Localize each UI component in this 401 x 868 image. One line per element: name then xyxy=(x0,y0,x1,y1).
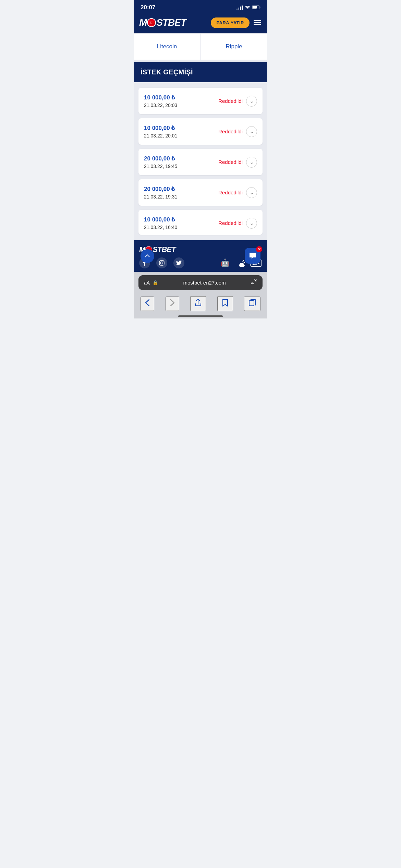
crypto-section: Litecoin Ripple xyxy=(134,33,267,62)
history-date: 21.03.22, 20:01 xyxy=(144,133,177,138)
history-amount: 20 000,00 ₺ xyxy=(144,155,177,162)
history-item: 20 000,00 ₺ 21.03.22, 19:31 Reddedildi ⌄ xyxy=(138,179,263,206)
history-date: 21.03.22, 20:03 xyxy=(144,103,177,108)
home-pill xyxy=(178,315,223,317)
footer-bar: M 🇹🇷 STBET � xyxy=(134,240,267,272)
section-title: İSTEK GEÇMİŞİ xyxy=(141,68,193,76)
logo-text-m: M xyxy=(139,17,147,28)
browser-bar: aA 🔒 mostbet-en27.com xyxy=(134,272,267,293)
font-size-button[interactable]: aA xyxy=(144,280,150,286)
status-icons xyxy=(236,5,260,10)
history-amount: 10 000,00 ₺ xyxy=(144,94,177,101)
forward-button[interactable] xyxy=(166,297,179,311)
header-right: PARA YATIR xyxy=(211,17,262,28)
status-badge: Reddedildi xyxy=(218,220,243,226)
ripple-label: Ripple xyxy=(226,43,242,50)
history-amount: 10 000,00 ₺ xyxy=(144,216,177,223)
expand-button[interactable]: ⌄ xyxy=(246,157,257,168)
history-date: 21.03.22, 19:45 xyxy=(144,164,177,169)
menu-button[interactable] xyxy=(253,20,262,26)
chat-icon xyxy=(249,252,256,260)
svg-rect-1 xyxy=(253,6,257,9)
chat-badge: ✕ xyxy=(256,246,262,252)
footer-logo: M 🇹🇷 STBET xyxy=(139,245,262,254)
history-date: 21.03.22, 19:31 xyxy=(144,194,177,200)
logo: M 🇹🇷 STBET xyxy=(139,17,186,28)
history-item: 20 000,00 ₺ 21.03.22, 19:45 Reddedildi ⌄ xyxy=(138,149,263,175)
tabs-button[interactable] xyxy=(244,297,260,311)
status-badge: Reddedildi xyxy=(218,190,243,195)
scroll-top-button[interactable] xyxy=(141,249,154,263)
ripple-card[interactable]: Ripple xyxy=(200,34,267,60)
android-icon[interactable]: 🤖 xyxy=(220,258,230,267)
crypto-cards: Litecoin Ripple xyxy=(134,33,267,60)
chat-button[interactable]: ✕ xyxy=(245,248,260,264)
refresh-button[interactable] xyxy=(251,279,257,287)
history-amount: 20 000,00 ₺ xyxy=(144,185,177,193)
logo-text-stbet: STBET xyxy=(156,17,186,28)
status-time: 20:07 xyxy=(141,4,155,11)
svg-rect-5 xyxy=(249,301,254,306)
history-item-right: Reddedildi ⌄ xyxy=(218,126,257,137)
status-bar: 20:07 xyxy=(134,0,267,14)
section-header: İSTEK GEÇMİŞİ xyxy=(134,62,267,82)
expand-button[interactable]: ⌄ xyxy=(246,218,257,229)
arrow-up-icon xyxy=(145,253,150,259)
history-item: 10 000,00 ₺ 21.03.22, 20:01 Reddedildi ⌄ xyxy=(138,118,263,145)
history-item: 10 000,00 ₺ 21.03.22, 20:03 Reddedildi ⌄ xyxy=(138,88,263,114)
history-item-left: 10 000,00 ₺ 21.03.22, 20:03 xyxy=(144,94,177,108)
history-item-left: 10 000,00 ₺ 21.03.22, 20:01 xyxy=(144,124,177,138)
para-yatir-button[interactable]: PARA YATIR xyxy=(211,17,250,28)
wifi-icon xyxy=(245,5,250,10)
history-item-right: Reddedildi ⌄ xyxy=(218,187,257,198)
header: M 🇹🇷 STBET PARA YATIR xyxy=(134,14,267,33)
nav-bar xyxy=(134,293,267,313)
status-badge: Reddedildi xyxy=(218,98,243,104)
status-badge: Reddedildi xyxy=(218,159,243,165)
history-item-right: Reddedildi ⌄ xyxy=(218,157,257,168)
instagram-icon[interactable] xyxy=(156,257,167,268)
history-date: 21.03.22, 16:40 xyxy=(144,225,177,230)
history-item-right: Reddedildi ⌄ xyxy=(218,96,257,107)
lock-icon: 🔒 xyxy=(153,280,158,285)
litecoin-label: Litecoin xyxy=(157,43,177,50)
history-item-left: 10 000,00 ₺ 21.03.22, 16:40 xyxy=(144,216,177,230)
history-list: 10 000,00 ₺ 21.03.22, 20:03 Reddedildi ⌄… xyxy=(134,82,267,240)
history-amount: 10 000,00 ₺ xyxy=(144,124,177,132)
litecoin-card[interactable]: Litecoin xyxy=(134,34,200,60)
history-item-left: 20 000,00 ₺ 21.03.22, 19:45 xyxy=(144,155,177,169)
history-item: 10 000,00 ₺ 21.03.22, 16:40 Reddedildi ⌄ xyxy=(138,210,263,235)
footer-row: 🤖 18+ xyxy=(139,257,262,268)
expand-button[interactable]: ⌄ xyxy=(246,187,257,198)
history-item-right: Reddedildi ⌄ xyxy=(218,218,257,229)
battery-icon xyxy=(252,5,260,10)
back-button[interactable] xyxy=(141,297,154,311)
browser-url-bar: aA 🔒 mostbet-en27.com xyxy=(138,275,263,290)
svg-point-3 xyxy=(161,262,163,264)
menu-icon xyxy=(254,20,261,21)
share-button[interactable] xyxy=(190,296,206,311)
twitter-icon[interactable] xyxy=(173,257,184,268)
expand-button[interactable]: ⌄ xyxy=(246,126,257,137)
signal-icon xyxy=(236,5,243,10)
bookmark-button[interactable] xyxy=(217,296,233,311)
logo-icon: 🇹🇷 xyxy=(147,18,156,27)
home-indicator xyxy=(134,313,267,318)
svg-rect-2 xyxy=(159,261,164,265)
expand-button[interactable]: ⌄ xyxy=(246,96,257,107)
svg-point-4 xyxy=(163,261,163,262)
status-badge: Reddedildi xyxy=(218,129,243,134)
url-display[interactable]: mostbet-en27.com xyxy=(161,280,248,286)
history-item-left: 20 000,00 ₺ 21.03.22, 19:31 xyxy=(144,185,177,200)
